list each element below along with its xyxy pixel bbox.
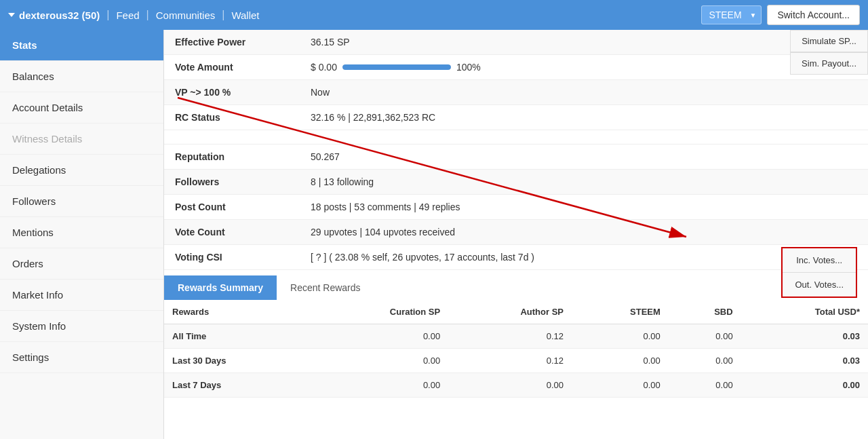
total-usd-val: 0.03 — [741, 349, 868, 373]
row-action — [822, 105, 868, 130]
row-value: 8 | 13 following — [300, 170, 822, 195]
rewards-header: Rewards Summary Recent Rewards — [164, 275, 868, 300]
dropdown-arrow-icon — [8, 13, 15, 17]
row-value: [ ? ] ( 23.08 % self, 26 upvotes, 17 acc… — [300, 245, 822, 270]
sidebar-item-followers[interactable]: Followers — [0, 186, 163, 217]
row-action — [822, 145, 868, 170]
row-value: 32.16 % | 22,891,362,523 RC — [300, 105, 822, 130]
content-area: Simulate SP... Sim. Payout... Effective … — [164, 30, 868, 439]
nav-sep-3: | — [222, 9, 224, 21]
total-usd-val: 0.03 — [741, 324, 868, 349]
recent-rewards-tab[interactable]: Recent Rewards — [277, 275, 374, 300]
sidebar-item-stats[interactable]: Stats — [0, 30, 163, 61]
row-label: All Time — [164, 324, 310, 349]
vote-pct: 100% — [456, 62, 481, 73]
nav-feed[interactable]: Feed — [116, 9, 139, 21]
table-row: All Time 0.00 0.12 0.00 0.00 0.03 — [164, 324, 868, 349]
sidebar-item-mentions[interactable]: Mentions — [0, 217, 163, 248]
row-action — [822, 195, 868, 220]
col-total-usd: Total USD* — [741, 300, 868, 324]
main-layout: Stats Balances Account Details Witness D… — [0, 30, 868, 439]
nav-user[interactable]: dexterous32 (50) — [8, 9, 100, 21]
steem-val: 0.00 — [572, 373, 669, 398]
row-label: Vote Amount — [164, 55, 300, 80]
sidebar-item-system-info[interactable]: System Info — [0, 311, 163, 342]
sidebar-item-balances[interactable]: Balances — [0, 61, 163, 92]
curation-sp-val: 0.00 — [310, 324, 448, 349]
rewards-section: Rewards Summary Recent Rewards Rewards C… — [164, 275, 868, 398]
table-row: Vote Count 29 upvotes | 104 upvotes rece… — [164, 220, 868, 245]
vote-amount-value: $ 0.00 — [311, 62, 337, 73]
nav-sep-2: | — [146, 9, 149, 21]
sbd-val: 0.00 — [669, 349, 741, 373]
simulate-sp-button[interactable]: Simulate SP... — [790, 30, 868, 52]
steem-val: 0.00 — [572, 349, 669, 373]
col-author-sp: Author SP — [448, 300, 572, 324]
inc-votes-button[interactable]: Inc. Votes... — [783, 248, 856, 273]
row-action — [822, 220, 868, 245]
author-sp-val: 0.12 — [448, 324, 572, 349]
sidebar-item-settings[interactable]: Settings — [0, 342, 163, 373]
top-nav: dexterous32 (50) | Feed | Communities | … — [0, 0, 868, 30]
steem-select-wrap: STEEM — [701, 5, 762, 24]
out-votes-button[interactable]: Out. Votes... — [783, 273, 856, 297]
row-label: Last 7 Days — [164, 373, 310, 398]
nav-left: dexterous32 (50) | Feed | Communities | … — [8, 9, 701, 21]
row-value: 50.267 — [300, 145, 822, 170]
table-row: Post Count 18 posts | 53 comments | 49 r… — [164, 195, 868, 220]
row-value: $ 0.00 100% — [300, 55, 822, 80]
col-curation-sp: Curation SP — [310, 300, 448, 324]
author-sp-val: 0.12 — [448, 349, 572, 373]
stats-table: Effective Power 36.15 SP Vote Amount $ 0… — [164, 30, 868, 270]
sidebar-item-account-details[interactable]: Account Details — [0, 92, 163, 123]
table-row: Reputation 50.267 — [164, 145, 868, 170]
table-row: Last 30 Days 0.00 0.12 0.00 0.00 0.03 — [164, 349, 868, 373]
total-usd-val: 0.00 — [741, 373, 868, 398]
row-label: Post Count — [164, 195, 300, 220]
row-value: 29 upvotes | 104 upvotes received — [300, 220, 822, 245]
nav-sep-1: | — [106, 9, 109, 21]
row-value: 36.15 SP — [300, 30, 822, 55]
table-row: Voting CSI [ ? ] ( 23.08 % self, 26 upvo… — [164, 245, 868, 270]
row-label: Voting CSI — [164, 245, 300, 270]
col-rewards: Rewards — [164, 300, 310, 324]
sbd-val: 0.00 — [669, 373, 741, 398]
table-row: Last 7 Days 0.00 0.00 0.00 0.00 0.00 — [164, 373, 868, 398]
table-row: Vote Amount $ 0.00 100% — [164, 55, 868, 80]
switch-account-button[interactable]: Switch Account... — [767, 5, 860, 25]
row-value: Now — [300, 80, 822, 105]
row-label: Last 30 Days — [164, 349, 310, 373]
vote-bar-wrap: $ 0.00 100% — [311, 62, 481, 73]
sidebar-item-market-info[interactable]: Market Info — [0, 280, 163, 311]
sidebar: Stats Balances Account Details Witness D… — [0, 30, 164, 439]
row-action — [822, 170, 868, 195]
table-row: RC Status 32.16 % | 22,891,362,523 RC — [164, 105, 868, 130]
top-actions: Simulate SP... Sim. Payout... — [790, 30, 868, 75]
sim-payout-button[interactable]: Sim. Payout... — [790, 52, 868, 75]
table-row: Effective Power 36.15 SP — [164, 30, 868, 55]
nav-wallet[interactable]: Wallet — [231, 9, 259, 21]
rewards-summary-tab[interactable]: Rewards Summary — [164, 275, 277, 300]
rewards-table: Rewards Curation SP Author SP STEEM SBD … — [164, 300, 868, 398]
col-sbd: SBD — [669, 300, 741, 324]
vote-bar — [342, 64, 451, 70]
table-row-spacer — [164, 130, 868, 145]
row-action — [822, 80, 868, 105]
rewards-table-header: Rewards Curation SP Author SP STEEM SBD … — [164, 300, 868, 324]
vote-bar-fill — [342, 64, 451, 70]
sidebar-item-orders[interactable]: Orders — [0, 248, 163, 280]
nav-communities[interactable]: Communities — [156, 9, 216, 21]
row-value: 18 posts | 53 comments | 49 replies — [300, 195, 822, 220]
row-label: Effective Power — [164, 30, 300, 55]
votes-box: Inc. Votes... Out. Votes... — [781, 247, 857, 298]
sidebar-item-delegations[interactable]: Delegations — [0, 155, 163, 186]
steem-select[interactable]: STEEM — [701, 5, 762, 24]
row-label: Reputation — [164, 145, 300, 170]
col-steem: STEEM — [572, 300, 669, 324]
table-row: Followers 8 | 13 following — [164, 170, 868, 195]
row-label: RC Status — [164, 105, 300, 130]
curation-sp-val: 0.00 — [310, 349, 448, 373]
curation-sp-val: 0.00 — [310, 373, 448, 398]
steem-val: 0.00 — [572, 324, 669, 349]
author-sp-val: 0.00 — [448, 373, 572, 398]
